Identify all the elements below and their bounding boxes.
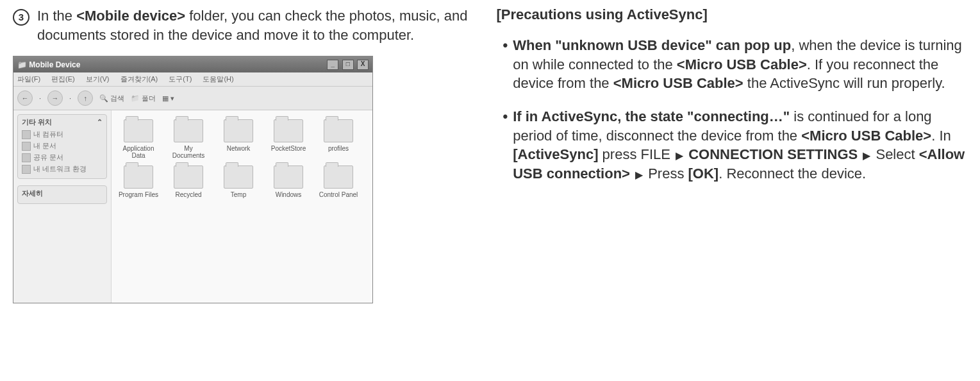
folder-label: Windows: [268, 191, 309, 198]
back-button[interactable]: ←: [17, 90, 33, 106]
close-button[interactable]: X: [357, 60, 369, 70]
menu-tools[interactable]: 도구(T): [169, 75, 192, 83]
bullet-2: • If in ActiveSync, the state "connectin…: [497, 107, 968, 183]
folder-icon: [224, 165, 253, 189]
text: . Reconnect the device.: [718, 165, 866, 182]
network-icon: [22, 165, 31, 174]
bullet-dot: •: [503, 107, 508, 126]
collapse-icon[interactable]: ⌃: [97, 118, 103, 126]
side-panel: 기타 위치 ⌃ 내 컴퓨터 내 문서 공유 문서 내 네트워크 환경 자세히: [13, 110, 112, 303]
text: CONNECTION SETTINGS: [688, 146, 858, 162]
item-label: 내 컴퓨터: [33, 130, 63, 139]
folder-label: profiles: [318, 145, 359, 152]
text: the ActiveSync will run properly.: [743, 75, 945, 91]
maximize-button[interactable]: □: [342, 60, 354, 70]
list-item[interactable]: 내 컴퓨터: [22, 130, 103, 139]
list-item[interactable]: 내 네트워크 환경: [22, 164, 103, 174]
arrow-icon: ▶: [676, 149, 683, 163]
views-button[interactable]: ▦ ▾: [162, 94, 174, 103]
folder-icon: [174, 165, 203, 189]
folder-icon: [274, 119, 303, 142]
folder-icon: [224, 119, 253, 142]
text: <Micro USB Cable>: [677, 56, 807, 72]
bullet-text: If in ActiveSync, the state "connecting……: [513, 107, 967, 183]
folder-label: Control Panel: [318, 191, 359, 198]
mobile-device-label: <Mobile device>: [76, 8, 185, 24]
text: Press: [644, 165, 688, 182]
menu-view[interactable]: 보기(V): [86, 75, 110, 83]
list-item[interactable]: 공유 문서: [22, 153, 103, 162]
explorer-body: 기타 위치 ⌃ 내 컴퓨터 내 문서 공유 문서 내 네트워크 환경 자세히 A…: [13, 110, 372, 303]
text: [ActiveSync]: [513, 146, 598, 162]
title-text: Mobile Device: [29, 60, 80, 69]
separator: ·: [39, 94, 41, 102]
precautions-heading: [Precautions using ActiveSync]: [497, 6, 968, 23]
text: <Micro USB Cable>: [801, 128, 931, 144]
folder-label: Network: [218, 145, 259, 152]
search-button[interactable]: 🔍 검색: [99, 94, 124, 103]
text: In the: [37, 8, 76, 24]
search-label: 검색: [110, 94, 124, 102]
list-item[interactable]: 내 문서: [22, 141, 103, 151]
text: When "unknown USB device" can pop up: [513, 37, 791, 53]
folders-button[interactable]: 📁 폴더: [131, 94, 156, 103]
folder-item[interactable]: Control Panel: [318, 165, 359, 198]
text: press FILE: [598, 146, 674, 162]
folders-label: 폴더: [142, 94, 156, 102]
text: If in ActiveSync, the state "connecting……: [513, 108, 790, 124]
shared-icon: [22, 153, 31, 162]
panel-heading: 기타 위치 ⌃: [22, 117, 103, 127]
minimize-button[interactable]: _: [327, 60, 338, 70]
step-text: In the <Mobile device> folder, you can c…: [37, 6, 471, 44]
icon-grid: Application Data My Documents Network Po…: [118, 119, 366, 198]
computer-icon: [22, 130, 31, 139]
folder-icon: [274, 165, 303, 189]
folder-icon: [174, 119, 203, 142]
folder-label: My Documents: [168, 145, 209, 159]
item-label: 내 문서: [33, 141, 56, 151]
item-label: 내 네트워크 환경: [33, 164, 87, 174]
folder-item[interactable]: Program Files: [118, 165, 159, 198]
menu-help[interactable]: 도움말(H): [203, 75, 233, 83]
documents-icon: [22, 142, 31, 151]
panel-heading: 자세히: [22, 189, 103, 198]
folder-icon: [324, 165, 353, 189]
folder-item[interactable]: Network: [218, 119, 259, 159]
folder-icon: [124, 119, 153, 142]
text: . In: [931, 128, 951, 144]
menu-edit[interactable]: 편집(E): [51, 75, 75, 83]
menu-favorites[interactable]: 즐겨찾기(A): [120, 75, 158, 83]
folder-item[interactable]: Temp: [218, 165, 259, 198]
panel-title: 기타 위치: [22, 117, 52, 127]
folder-label: Program Files: [118, 191, 159, 198]
item-label: 공유 문서: [33, 153, 63, 162]
toolbar: ← · → · ↑ 🔍 검색 📁 폴더 ▦ ▾: [13, 87, 372, 110]
step-number-badge: 3: [13, 9, 29, 26]
separator: ·: [69, 94, 71, 102]
folder-item[interactable]: My Documents: [168, 119, 209, 159]
arrow-icon: ▶: [863, 149, 870, 163]
window-title: 📁 Mobile Device: [17, 60, 80, 69]
step-3: 3 In the <Mobile device> folder, you can…: [13, 6, 471, 44]
menu-bar: 파일(F) 편집(E) 보기(V) 즐겨찾기(A) 도구(T) 도움말(H): [13, 72, 372, 87]
bullet-1: • When "unknown USB device" can pop up, …: [497, 36, 968, 93]
forward-button[interactable]: →: [47, 90, 63, 106]
details-panel: 자세히: [17, 185, 107, 204]
folder-item[interactable]: PocketStore: [268, 119, 309, 159]
right-column: [Precautions using ActiveSync] • When "u…: [490, 0, 981, 381]
bullet-text: When "unknown USB device" can pop up, wh…: [513, 36, 967, 93]
folder-item[interactable]: Application Data: [118, 119, 159, 159]
text: Select: [872, 146, 918, 162]
text: [OK]: [688, 165, 719, 182]
left-column: 3 In the <Mobile device> folder, you can…: [0, 0, 490, 381]
explorer-window: 📁 Mobile Device _ □ X 파일(F) 편집(E) 보기(V) …: [13, 56, 373, 303]
menu-file[interactable]: 파일(F): [17, 75, 40, 83]
up-button[interactable]: ↑: [78, 90, 93, 106]
folder-item[interactable]: Windows: [268, 165, 309, 198]
bullet-dot: •: [503, 36, 508, 55]
folder-item[interactable]: profiles: [318, 119, 359, 159]
folder-label: Application Data: [118, 145, 159, 159]
folder-item[interactable]: Recycled: [168, 165, 209, 198]
window-titlebar: 📁 Mobile Device _ □ X: [13, 56, 372, 72]
panel-title: 자세히: [22, 189, 43, 198]
